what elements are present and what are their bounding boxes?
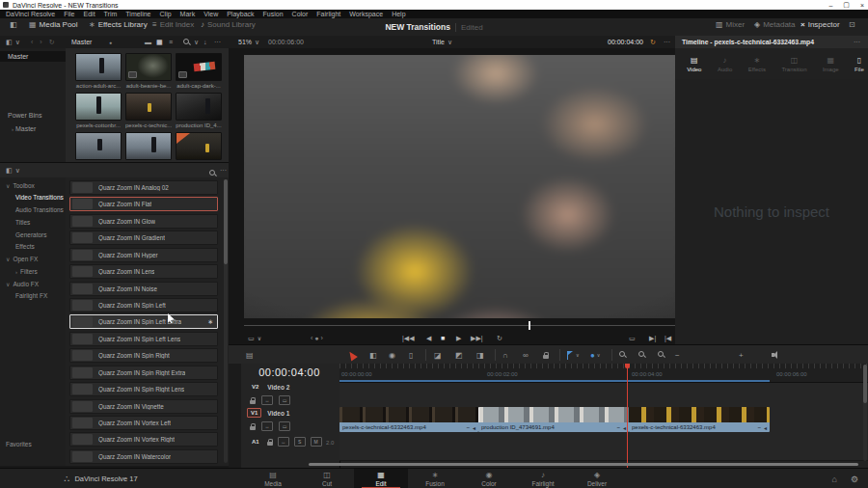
timeline-ruler[interactable]: 00:00:00:00 00:00:02:00 00:00:04:00 00:0… [339, 364, 868, 383]
tab-video[interactable]: ▤Video [687, 56, 701, 72]
go-last-frame-button[interactable]: ▶▶| [471, 332, 483, 344]
solo-button[interactable]: S [294, 437, 306, 447]
go-first-frame-button[interactable]: |◀◀ [402, 332, 415, 344]
timeline-timecode[interactable]: 00:00:04:00 [241, 366, 338, 378]
zoom-full-extent-button[interactable] [619, 345, 627, 365]
media-clip[interactable]: pexels-c-technic... [125, 93, 172, 128]
match-frame-out-icon[interactable]: ▶| [649, 332, 656, 344]
page-media[interactable]: ▤Media [246, 469, 300, 488]
tree-generators[interactable]: Generators [15, 231, 47, 238]
sound-library-button[interactable]: ♪Sound Library [201, 20, 256, 29]
auto-select-icon[interactable]: ↔ [278, 437, 289, 447]
favorite-star-icon[interactable]: ∗ [207, 318, 213, 326]
track-v1-id[interactable]: V1 [247, 408, 261, 418]
transition-item[interactable]: Quarz Zoom IN Spin Right [69, 348, 218, 363]
menu-help[interactable]: Help [392, 11, 405, 17]
tree-filters[interactable]: ›Filters [15, 268, 38, 275]
media-clip[interactable]: adult-cap-dark-... [176, 53, 222, 89]
trim-edit-tool[interactable]: ◧ [369, 345, 377, 365]
media-clip[interactable]: adult-beanie-be... [125, 53, 172, 89]
media-more-button[interactable]: ··· [214, 36, 221, 48]
tree-fairlight-fx[interactable]: Fairlight FX [15, 292, 47, 299]
track-v2-label[interactable]: Video 2 [267, 384, 289, 391]
tree-audio-fx[interactable]: ∨Audio FX [6, 281, 39, 287]
tree-effects[interactable]: Effects [15, 243, 35, 250]
transition-item[interactable]: Quarz Zoom IN Noise [69, 282, 218, 296]
panel-toggle-icon[interactable]: ◧ [10, 20, 17, 29]
timeline-clip[interactable]: pexels-c-technical-6332463.mp4~◂ [339, 407, 478, 432]
zoom-detail-button[interactable] [638, 345, 646, 365]
linked-selection-button[interactable]: ∞ [523, 345, 529, 365]
track-a1-lane[interactable] [339, 433, 868, 461]
fx-panel-chevron-icon[interactable]: ∨ [15, 167, 20, 175]
tab-file[interactable]: ▯File [854, 56, 864, 72]
metadata-button[interactable]: ◈Metadata [754, 20, 796, 29]
transition-item[interactable]: Quarz Zoom IN Vignette [69, 399, 218, 414]
position-lock-button[interactable] [543, 345, 549, 365]
tree-video-transitions[interactable]: Video Transitions [15, 194, 64, 201]
transition-item[interactable]: Quarz Zoom IN Spin Right Extra [69, 366, 218, 380]
minimize-button[interactable]: – [828, 2, 832, 9]
loop-clip-icon[interactable]: ▭ [629, 332, 636, 344]
track-v1-label[interactable]: Video 1 [267, 410, 289, 417]
transition-item[interactable]: Quarz Zoom IN Glow [69, 214, 218, 229]
page-fairlight[interactable]: ♪Fairlight [516, 469, 570, 488]
timeline-clip[interactable]: production ID_4734691.mp4~◂ [478, 407, 629, 432]
overwrite-clip-button[interactable]: ◩ [455, 345, 463, 365]
transition-item-hovered[interactable]: Quarz Zoom IN Spin Left Extra∗ [69, 314, 218, 329]
zoom-out-button[interactable]: − [675, 345, 680, 365]
transition-item[interactable]: Quarz Zoom IN Watercolor [69, 449, 218, 464]
menu-edit[interactable]: Edit [84, 11, 95, 17]
lock-icon[interactable] [267, 439, 273, 446]
viewer-more-button[interactable]: ··· [664, 36, 670, 48]
bin-panel-chevron-icon[interactable]: ∨ [15, 39, 20, 46]
timeline-hscrollbar[interactable] [309, 463, 858, 466]
video-preview[interactable] [244, 55, 675, 318]
page-deliver[interactable]: ◈Deliver [570, 469, 624, 488]
bin-breadcrumb[interactable]: Master [71, 36, 92, 48]
timeline-chooser-icon[interactable]: ▤ [246, 345, 254, 365]
auto-select-icon[interactable]: ↔ [261, 421, 273, 431]
razor-tool[interactable]: ▯ [409, 345, 413, 365]
viewer-mode-select[interactable]: Title∨ [432, 36, 452, 48]
menu-file[interactable]: File [64, 11, 74, 17]
transition-item[interactable]: Quarz Zoom IN Hyper [69, 248, 218, 262]
tree-open-fx[interactable]: ∨Open FX [6, 256, 38, 262]
page-fusion[interactable]: ∗Fusion [408, 469, 462, 488]
panel-layout-icon[interactable]: ⊡ [849, 20, 855, 29]
edit-index-button[interactable]: ≡Edit Index [152, 20, 194, 29]
playhead-head[interactable] [625, 364, 630, 368]
media-clip[interactable] [125, 132, 172, 160]
transition-item[interactable]: Quarz Zoom IN Spin Left Lens [69, 332, 218, 346]
playhead[interactable] [627, 364, 628, 468]
flag-button[interactable]: ∨ [567, 345, 580, 365]
marker-button[interactable]: ●∨ [590, 345, 601, 365]
mute-button[interactable]: M [311, 437, 322, 447]
menu-davinci-resolve[interactable]: DaVinci Resolve [6, 11, 55, 17]
viewer-playhead-tick[interactable] [529, 321, 530, 330]
transition-item[interactable]: Quarz Zoom IN Analog 02 [69, 180, 218, 195]
stop-button[interactable]: ■ [441, 332, 445, 344]
power-bin-master[interactable]: › Master [0, 123, 66, 134]
track-enable-icon[interactable]: ▭ [279, 395, 290, 405]
media-clip[interactable] [75, 132, 122, 160]
menu-mark[interactable]: Mark [180, 11, 196, 17]
menu-view[interactable]: View [203, 11, 218, 17]
view-filmstrip-button[interactable]: ▬ [145, 36, 151, 48]
sort-button[interactable]: ↓ [203, 36, 207, 48]
mixer-button[interactable]: ▥Mixer [716, 20, 745, 29]
media-pool-button[interactable]: ▦Media Pool [29, 20, 78, 29]
close-button[interactable]: × [860, 2, 864, 9]
page-color[interactable]: ◉Color [462, 469, 516, 488]
menu-trim[interactable]: Trim [104, 11, 118, 17]
view-grid-button[interactable]: ▦ [156, 36, 163, 48]
play-button[interactable]: ▶ [456, 332, 461, 344]
refresh-icon[interactable]: ↻ [49, 39, 55, 46]
zoom-in-button[interactable]: + [739, 345, 744, 365]
menu-clip[interactable]: Clip [160, 11, 172, 17]
menu-fairlight[interactable]: Fairlight [316, 11, 340, 17]
media-clip[interactable]: production ID_4... [176, 93, 222, 128]
loop-button[interactable]: ↻ [497, 332, 502, 344]
viewer-scrub-bar[interactable] [244, 325, 675, 326]
page-edit[interactable]: ▦Edit [354, 469, 408, 488]
